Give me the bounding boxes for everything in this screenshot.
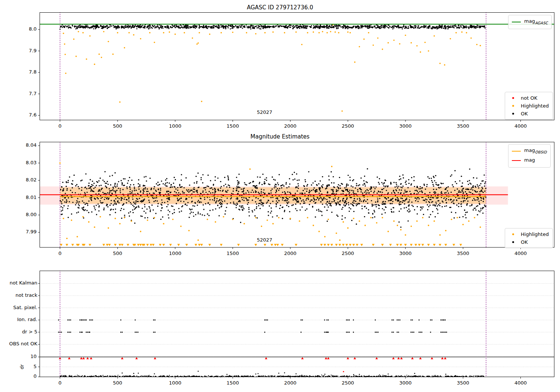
legend-label: Highlighted (521, 230, 549, 238)
x-tick-label: 1500 (221, 380, 245, 386)
legend-point-classes-middle: Highlighted OK (505, 228, 553, 248)
category-tick-label: dr > 5 (0, 329, 37, 335)
y-tick-label: 7.6 (16, 112, 37, 118)
figure-agasc-magnitude-review: AGASC ID 279712736.0 Magnitude Estimates… (0, 0, 560, 392)
plot-magnitude-estimates (40, 142, 554, 248)
legend-label: OK (521, 238, 528, 246)
plot-flags-and-dr (40, 271, 554, 377)
category-tick-label: not Kalman (0, 280, 37, 286)
x-tick-label: 500 (106, 251, 130, 256)
obsid-annotation-middle: 52027 (257, 237, 272, 243)
legend-label: magOBSID (524, 146, 547, 156)
black-dot-swatch (508, 241, 518, 243)
legend-entry: OK (508, 110, 549, 118)
legend-entry: magOBSID (511, 146, 547, 156)
x-tick-label: 4000 (509, 123, 533, 129)
x-tick-label: 1000 (163, 380, 187, 386)
red-dot-swatch (508, 97, 518, 99)
y-tick-label: 8.03 (16, 160, 37, 165)
plot-mags-over-time (40, 12, 554, 120)
x-tick-label: 1000 (163, 251, 187, 256)
x-tick-label: 500 (106, 380, 130, 386)
legend-label: mag (524, 156, 535, 166)
legend-label: Highlighted (521, 102, 549, 110)
black-dot-swatch (508, 113, 518, 115)
legend-entry: mag (511, 156, 547, 166)
x-tick-label: 1500 (221, 123, 245, 129)
y-tick-label: 7.7 (16, 91, 37, 96)
legend-entry: OK (508, 238, 549, 246)
legend-entry: not OK (508, 94, 549, 102)
y-tick-label: 7.9 (16, 48, 37, 53)
legend-label: magAGASC (524, 17, 548, 27)
x-tick-label: 1000 (163, 123, 187, 129)
green-line-swatch (511, 22, 521, 22)
top-plot-title: AGASC ID 279712736.0 (0, 4, 560, 11)
x-tick-label: 2000 (279, 380, 302, 386)
category-tick-label: not track (0, 292, 37, 298)
legend-mag-agasc: magAGASC (508, 15, 552, 29)
x-tick-label: 2500 (336, 251, 360, 256)
legend-label: not OK (521, 94, 537, 102)
x-tick-label: 4000 (509, 380, 533, 386)
x-tick-label: 2500 (336, 380, 360, 386)
x-tick-label: 500 (106, 123, 130, 129)
x-tick-label: 3000 (393, 123, 417, 129)
y-tick-label: 8.04 (16, 142, 37, 148)
red-line-swatch (511, 160, 521, 161)
legend-mag-lines: magOBSID mag (508, 144, 551, 168)
y-tick-label: 8.01 (16, 195, 37, 200)
category-tick-label: Sat. pixel. (0, 305, 37, 310)
x-tick-label: 3000 (393, 251, 417, 256)
middle-plot-title: Magnitude Estimates (0, 133, 560, 140)
legend-label: OK (521, 110, 528, 118)
x-tick-label: 2000 (279, 123, 302, 129)
x-tick-label: 3500 (451, 123, 475, 129)
orange-line-swatch (511, 151, 521, 152)
x-tick-label: 0 (48, 251, 72, 256)
y-tick-label: 7.8 (16, 69, 37, 75)
legend-entry: magAGASC (511, 17, 548, 27)
orange-dot-swatch (508, 105, 518, 107)
legend-entry: Highlighted (508, 102, 549, 110)
obsid-annotation-top: 52027 (257, 109, 272, 115)
x-tick-label: 0 (48, 380, 72, 386)
x-tick-label: 3500 (451, 251, 475, 256)
dr-tick-label: 0 (16, 373, 37, 379)
y-tick-label: 8.0 (16, 26, 37, 32)
x-tick-label: 4000 (509, 251, 533, 256)
dr-tick-label: 5 (16, 364, 37, 369)
legend-point-classes-top: not OK Highlighted OK (505, 92, 553, 120)
y-tick-label: 8.02 (16, 177, 37, 183)
orange-dot-swatch (508, 233, 518, 235)
category-tick-label: Ion. rad. (0, 317, 37, 322)
dr-tick-label: 10 (16, 354, 37, 359)
y-tick-label: 7.99 (16, 229, 37, 234)
x-tick-label: 3000 (393, 380, 417, 386)
x-tick-label: 2000 (279, 251, 302, 256)
category-tick-label: OBS not OK (0, 341, 37, 346)
legend-entry: Highlighted (508, 230, 549, 238)
x-tick-label: 2500 (336, 123, 360, 129)
x-tick-label: 1500 (221, 251, 245, 256)
y-tick-label: 8.00 (16, 212, 37, 217)
x-tick-label: 0 (48, 123, 72, 129)
x-tick-label: 3500 (451, 380, 475, 386)
